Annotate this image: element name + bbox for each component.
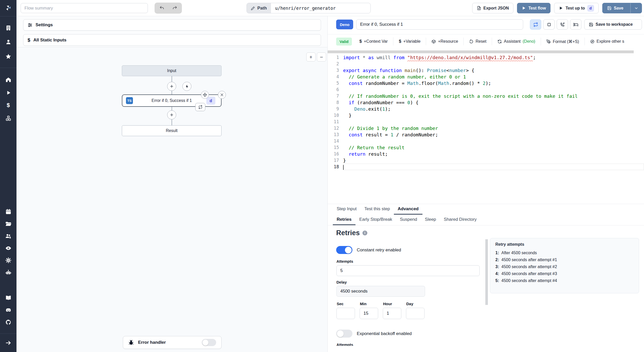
move-icon [203, 93, 207, 97]
workers-robot-icon[interactable] [0, 267, 16, 277]
favorites-star-icon[interactable] [0, 51, 16, 61]
step-name-input[interactable] [356, 19, 523, 30]
flow-settings-button[interactable]: Settings [23, 19, 321, 31]
step-retry-indicator[interactable] [195, 103, 205, 111]
add-variable-button[interactable]: $ +Variable [393, 37, 426, 46]
expand-arrow-icon[interactable] [0, 338, 16, 348]
path-field[interactable]: Path u/henri/error_generator [247, 3, 371, 13]
step-id-badge: d [206, 97, 215, 105]
pen-icon [546, 39, 551, 44]
delete-step-button[interactable] [218, 91, 226, 99]
retries-toggle-button[interactable] [530, 19, 541, 30]
day-input[interactable] [406, 308, 425, 319]
subtab-retries[interactable]: Retries [333, 215, 355, 225]
reset-button[interactable]: Reset [463, 38, 492, 45]
variables-dollar-icon[interactable]: $ [0, 100, 16, 110]
audit-eye-icon[interactable] [0, 243, 16, 253]
subtab-shared-directory[interactable]: Shared Directory [440, 215, 481, 225]
move-step-button[interactable] [201, 91, 209, 99]
explore-scripts-button[interactable]: Explore other s [584, 38, 630, 45]
add-resource-button[interactable]: +Resource [426, 38, 463, 45]
retry-attempts-card: Retry attempts 1:After 4500 seconds 2:45… [490, 238, 639, 293]
delay-input[interactable] [336, 286, 425, 297]
attempts-input[interactable] [336, 265, 480, 276]
docs-book-icon[interactable] [0, 293, 16, 303]
step-editor-header: Deno Save to workspace [328, 16, 644, 34]
discord-icon[interactable] [0, 305, 16, 315]
retries-tab-content: Retries i Constant retry enabled Attempt… [328, 225, 644, 352]
assistant-button[interactable]: Assistant (Deno) [492, 38, 541, 45]
user-icon[interactable] [0, 37, 16, 47]
add-context-var-button[interactable]: $ +Context Var [354, 37, 393, 46]
code-editor[interactable]: 123456789101112131415161718 import * as … [328, 53, 644, 204]
step-editor-panel: Deno Save to workspace Valid $ [328, 16, 644, 352]
redo-button[interactable] [169, 4, 180, 13]
subtab-sleep[interactable]: Sleep [421, 215, 440, 225]
zoom-out-button[interactable]: − [317, 52, 326, 61]
home-icon[interactable] [0, 75, 16, 85]
save-dropdown-button[interactable] [630, 3, 642, 13]
rail-divider [0, 333, 16, 334]
tab-test-this-step[interactable]: Test this step [361, 204, 394, 215]
runs-play-icon[interactable] [0, 87, 16, 98]
flow-node-input[interactable]: Input [122, 65, 222, 76]
export-json-button[interactable]: Export JSON [472, 3, 514, 13]
subtab-early-stop[interactable]: Early Stop/Break [355, 215, 396, 225]
rail-divider [0, 68, 16, 68]
exponential-backoff-row: Exponential backoff enabled [336, 330, 412, 338]
settings-gear-icon[interactable] [0, 255, 16, 265]
sleep-button[interactable] [570, 19, 581, 30]
sliders-icon [28, 23, 32, 28]
path-value: u/henri/error_generator [271, 3, 370, 13]
workspace-building-icon[interactable] [0, 23, 16, 33]
editor-resize-handle[interactable] [328, 50, 634, 53]
typescript-badge: TS [126, 97, 133, 104]
step-tabs: Step Input Test this step Advanced [328, 204, 644, 215]
resources-boxes-icon[interactable] [0, 113, 16, 124]
plus-icon [170, 84, 174, 89]
code-content[interactable]: import * as wmill from "https://deno.lan… [343, 54, 644, 170]
content-scrollbar[interactable] [485, 239, 488, 305]
save-to-workspace-button[interactable]: Save to workspace [584, 19, 642, 30]
step-node-title: Error if 0, Success if 1 [151, 98, 192, 103]
flow-summary-input[interactable] [21, 3, 148, 13]
flow-canvas[interactable]: + − Input TS Error if 0, Success if 1 d [16, 47, 327, 352]
flow-node-result[interactable]: Result [122, 125, 222, 136]
windmill-logo[interactable] [0, 3, 16, 13]
language-badge[interactable]: Deno [336, 20, 353, 29]
tab-step-input[interactable]: Step Input [333, 204, 361, 215]
all-static-inputs-button[interactable]: $ All Static Inputs [23, 34, 321, 46]
undo-button[interactable] [156, 4, 167, 13]
add-step-button[interactable] [167, 82, 176, 91]
square-icon [547, 22, 552, 27]
test-up-to-button[interactable]: Test up to d [554, 3, 598, 13]
dollar-icon: $ [399, 39, 401, 44]
compass-icon [590, 39, 595, 44]
min-input[interactable] [360, 308, 378, 319]
constant-retry-toggle[interactable] [336, 246, 352, 254]
retry-attempt-row: 3:4500 seconds after attempt #2 [495, 263, 634, 270]
folders-icon[interactable] [0, 219, 16, 229]
groups-users-icon[interactable] [0, 231, 16, 241]
windmill-flow-editor: $ [0, 0, 644, 352]
tab-advanced[interactable]: Advanced [394, 204, 422, 215]
github-icon[interactable] [0, 317, 16, 327]
hour-input[interactable] [383, 308, 401, 319]
early-stop-button[interactable] [543, 19, 555, 30]
format-button[interactable]: Format (⌘+S) [541, 38, 584, 46]
add-step-button[interactable] [167, 110, 176, 119]
error-handler-box[interactable]: Error handler [123, 336, 222, 349]
info-icon[interactable]: i [362, 231, 367, 235]
test-flow-button[interactable]: Test flow [517, 3, 550, 13]
error-handler-toggle[interactable] [202, 339, 216, 346]
zoom-in-button[interactable]: + [306, 52, 316, 61]
suspend-button[interactable] [557, 19, 568, 30]
save-button[interactable]: Save [603, 3, 628, 13]
add-trigger-button[interactable] [182, 82, 191, 91]
sec-input[interactable] [336, 308, 355, 319]
rail-divider [0, 16, 16, 16]
chevron-down-icon [634, 6, 638, 10]
exponential-backoff-toggle[interactable] [336, 330, 352, 338]
schedules-calendar-icon[interactable] [0, 206, 16, 217]
subtab-suspend[interactable]: Suspend [396, 215, 421, 225]
